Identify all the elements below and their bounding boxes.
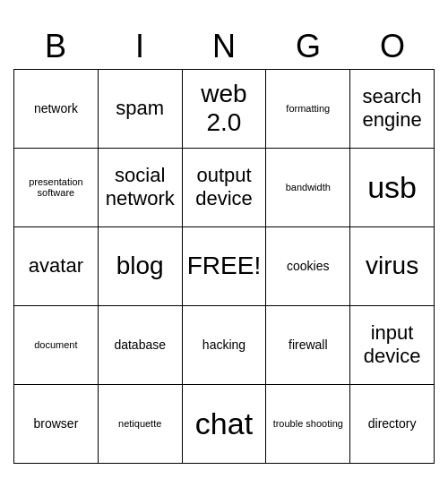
bingo-cell-18: firewall xyxy=(266,306,350,385)
cell-text-6: social network xyxy=(102,164,178,210)
bingo-cell-0: network xyxy=(14,70,99,149)
cell-text-8: bandwidth xyxy=(286,182,331,192)
bingo-cell-16: database xyxy=(99,306,183,385)
cell-text-24: directory xyxy=(368,416,417,431)
cell-text-1: spam xyxy=(116,97,164,120)
cell-text-21: netiquette xyxy=(118,418,161,429)
bingo-cell-2: web 2.0 xyxy=(183,70,267,149)
bingo-header: B I N G O xyxy=(13,24,435,69)
bingo-cell-10: avatar xyxy=(14,227,99,306)
bingo-cell-19: input device xyxy=(350,306,435,385)
cell-text-5: presentation software xyxy=(18,176,94,198)
cell-text-13: cookies xyxy=(287,259,329,273)
cell-text-7: output device xyxy=(186,164,263,210)
bingo-cell-22: chat xyxy=(183,385,267,464)
bingo-cell-8: bandwidth xyxy=(266,149,350,227)
cell-text-14: virus xyxy=(366,252,418,280)
bingo-cell-3: formatting xyxy=(266,70,350,149)
cell-text-22: chat xyxy=(195,406,253,441)
cell-text-17: hacking xyxy=(202,337,246,352)
bingo-cell-15: document xyxy=(14,306,99,385)
bingo-cell-20: browser xyxy=(14,385,99,464)
bingo-cell-14: virus xyxy=(350,227,435,306)
cell-text-12: FREE! xyxy=(187,252,261,280)
header-o: O xyxy=(350,24,435,69)
cell-text-19: input device xyxy=(354,321,430,368)
bingo-cell-4: search engine xyxy=(350,70,435,149)
cell-text-18: firewall xyxy=(289,337,328,352)
bingo-cell-23: trouble shooting xyxy=(266,385,350,464)
bingo-cell-17: hacking xyxy=(183,306,267,385)
bingo-cell-13: cookies xyxy=(266,227,350,306)
bingo-card: B I N G O networkspamweb 2.0formattingse… xyxy=(13,24,435,464)
cell-text-15: document xyxy=(34,339,77,350)
bingo-cell-5: presentation software xyxy=(14,149,99,227)
cell-text-11: blog xyxy=(116,252,164,280)
bingo-grid: networkspamweb 2.0formattingsearch engin… xyxy=(13,69,435,464)
header-g: G xyxy=(266,24,350,69)
bingo-cell-9: usb xyxy=(350,149,435,227)
cell-text-20: browser xyxy=(34,416,79,431)
cell-text-2: web 2.0 xyxy=(186,80,263,137)
cell-text-10: avatar xyxy=(29,254,83,278)
cell-text-16: database xyxy=(114,337,166,352)
bingo-cell-24: directory xyxy=(350,385,435,464)
cell-text-23: trouble shooting xyxy=(273,418,343,429)
bingo-cell-11: blog xyxy=(99,227,183,306)
cell-text-4: search engine xyxy=(354,85,430,132)
bingo-cell-6: social network xyxy=(99,149,183,227)
cell-text-9: usb xyxy=(367,170,417,205)
bingo-cell-1: spam xyxy=(99,70,183,149)
bingo-cell-12: FREE! xyxy=(183,227,267,306)
bingo-cell-21: netiquette xyxy=(99,385,183,464)
header-i: I xyxy=(98,24,182,69)
cell-text-3: formatting xyxy=(286,103,330,114)
header-b: B xyxy=(13,24,98,69)
header-n: N xyxy=(182,24,266,69)
cell-text-0: network xyxy=(34,101,78,115)
bingo-cell-7: output device xyxy=(183,149,267,227)
